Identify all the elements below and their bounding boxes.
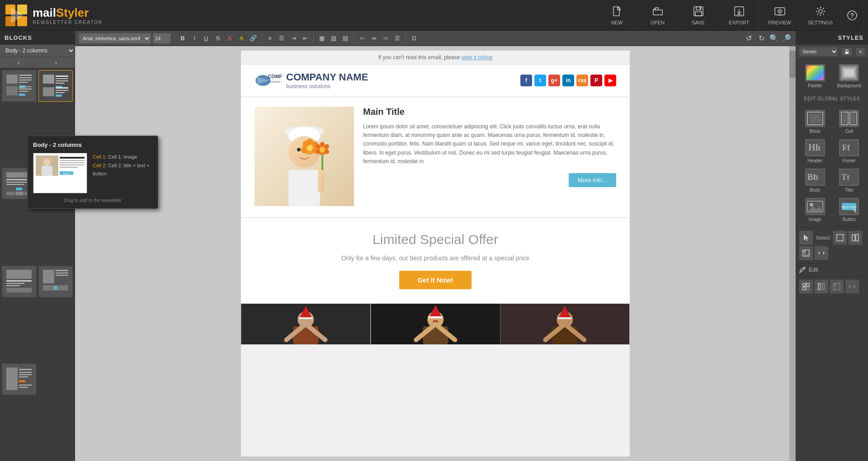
- table-button[interactable]: ▦: [317, 33, 327, 43]
- save-theme-button[interactable]: 💾: [841, 47, 853, 56]
- justify-button[interactable]: ☰: [392, 33, 402, 43]
- image-layout-button[interactable]: [799, 246, 813, 260]
- zoom-out-button[interactable]: 🔍: [769, 33, 779, 44]
- font-size-input[interactable]: [153, 33, 171, 44]
- social-twitter-icon[interactable]: t: [534, 75, 546, 86]
- split-layout-button[interactable]: [848, 230, 863, 245]
- social-linkedin-icon[interactable]: in: [562, 75, 574, 86]
- bold-button[interactable]: B: [178, 33, 188, 43]
- blocks-header: BLOCKS: [0, 31, 75, 45]
- body-style-item[interactable]: Bb Body: [799, 167, 831, 194]
- list-ol-button[interactable]: ☰: [277, 33, 287, 43]
- button-style-item[interactable]: BUTTON Button: [833, 196, 866, 224]
- palette-item[interactable]: Palette: [799, 62, 831, 90]
- zoom-in-button[interactable]: 🔎: [781, 33, 792, 44]
- svg-point-18: [819, 9, 822, 13]
- view-online-link[interactable]: view it online: [462, 54, 493, 61]
- split3-tool-button[interactable]: [814, 279, 829, 294]
- list-ul-button[interactable]: ≡: [265, 33, 275, 43]
- right-panel-edit: Edit: [796, 263, 868, 276]
- logo-icon: [5, 4, 28, 27]
- block-thumb-5[interactable]: [2, 266, 37, 297]
- button-icon: BUTTON: [839, 198, 859, 215]
- canvas-scrollbar[interactable]: [789, 46, 796, 461]
- close-theme-button[interactable]: ✕: [855, 47, 865, 56]
- logo-text: mailStyler: [33, 6, 103, 20]
- logo-area: mailStyler NEWSLETTER CREATOR: [5, 4, 122, 27]
- blocks-dropdown[interactable]: Body - 2 columns Body - 1 column Body - …: [0, 45, 75, 57]
- export-button[interactable]: EXPORT: [719, 0, 760, 31]
- svg-rect-29: [19, 89, 32, 89]
- new-button[interactable]: NEW: [597, 0, 637, 31]
- svg-marker-163: [818, 251, 820, 255]
- theme-select[interactable]: Seven Classic Modern: [799, 47, 838, 56]
- image-icon: [805, 198, 825, 215]
- block-style-item[interactable]: Block: [799, 108, 831, 136]
- open-button[interactable]: OPEN: [637, 0, 678, 31]
- table3-button[interactable]: ▤: [340, 33, 350, 43]
- cell-style-item[interactable]: Cell: [833, 108, 866, 136]
- block-thumb-6[interactable]: [38, 266, 73, 297]
- table2-button[interactable]: ▨: [329, 33, 339, 43]
- redo-button[interactable]: ↻: [756, 33, 767, 44]
- code2-tool-button[interactable]: [845, 279, 859, 294]
- select-tool-button[interactable]: [799, 230, 813, 245]
- email-more-info-button[interactable]: More info...: [569, 173, 616, 187]
- social-youtube-icon[interactable]: ▶: [604, 75, 616, 86]
- code-layout-button[interactable]: [814, 246, 829, 260]
- block-thumb-2[interactable]: [38, 70, 73, 102]
- image-style-item[interactable]: Image: [799, 196, 831, 224]
- social-rss-icon[interactable]: rss: [576, 75, 588, 86]
- block-layout-button[interactable]: [833, 230, 847, 245]
- block-thumb-1[interactable]: [2, 70, 37, 102]
- grid-tool-button[interactable]: [799, 279, 813, 294]
- email-offer-button[interactable]: Get It Now!: [399, 271, 471, 289]
- tooltip-body: Button Cell 1: Cell 1: image Cell 2: Cel…: [33, 153, 152, 193]
- italic-button[interactable]: I: [189, 33, 199, 43]
- indent-button[interactable]: ⇥: [288, 33, 298, 43]
- align-center-button[interactable]: ⇔: [369, 33, 379, 43]
- next-block-button[interactable]: ›: [38, 57, 75, 68]
- svg-rect-32: [43, 75, 54, 84]
- svg-rect-31: [19, 94, 25, 96]
- align-left-button[interactable]: ⇦: [357, 33, 367, 43]
- svg-point-114: [316, 144, 320, 149]
- svg-rect-81: [60, 157, 85, 159]
- underline-button[interactable]: U: [201, 33, 211, 43]
- header-style-item[interactable]: Hh Header: [799, 137, 831, 165]
- edit-label: Edit: [809, 267, 818, 273]
- block-thumb-7[interactable]: [2, 363, 37, 395]
- image2-tool-button[interactable]: [830, 279, 844, 294]
- save-button[interactable]: SAVE: [678, 0, 719, 31]
- block-type-select[interactable]: Body - 2 columns Body - 1 column Body - …: [0, 45, 75, 56]
- email-offer-text: Only for a few days, our best products a…: [255, 254, 616, 262]
- toolbar-actions: NEW OPEN SAVE EXPORT PREVIEW SETTINGS ?: [597, 0, 863, 31]
- title-style-item[interactable]: Tt Title: [833, 167, 866, 194]
- font-family-select[interactable]: Arial, Helvetica, sans-serif Georgia, se…: [79, 33, 151, 44]
- toolbar-sep-2: [261, 34, 262, 43]
- social-googleplus-icon[interactable]: g+: [548, 75, 560, 86]
- link-button[interactable]: 🔗: [248, 33, 258, 43]
- email-social: f t g+ in rss P ▶: [520, 75, 616, 86]
- font-color-button[interactable]: A: [225, 33, 235, 43]
- special-char-button[interactable]: Ω: [409, 33, 419, 43]
- editor-canvas-wrapper[interactable]: If you can't read this email, please vie…: [75, 46, 796, 461]
- undo-button[interactable]: ↺: [743, 33, 754, 44]
- right-panel: STYLES Seven Classic Modern 💾 ✕ Palette: [796, 31, 868, 461]
- help-button[interactable]: ?: [841, 0, 863, 31]
- footer-style-item[interactable]: Ff Footer: [833, 137, 866, 165]
- settings-button[interactable]: SETTINGS: [800, 0, 841, 31]
- svg-rect-159: [856, 235, 859, 241]
- strikethrough-button[interactable]: S: [213, 33, 223, 43]
- social-facebook-icon[interactable]: f: [520, 75, 532, 86]
- social-pinterest-icon[interactable]: P: [590, 75, 602, 86]
- outdent-button[interactable]: ⇤: [300, 33, 310, 43]
- email-top-bar: If you can't read this email, please vie…: [241, 51, 630, 65]
- prev-block-button[interactable]: ‹: [0, 57, 38, 68]
- svg-marker-176: [854, 285, 855, 288]
- align-right-button[interactable]: ⇨: [381, 33, 391, 43]
- preview-button[interactable]: PREVIEW: [760, 0, 800, 31]
- svg-rect-169: [807, 287, 809, 290]
- background-item[interactable]: Background: [833, 62, 866, 90]
- highlight-button[interactable]: A: [236, 33, 246, 43]
